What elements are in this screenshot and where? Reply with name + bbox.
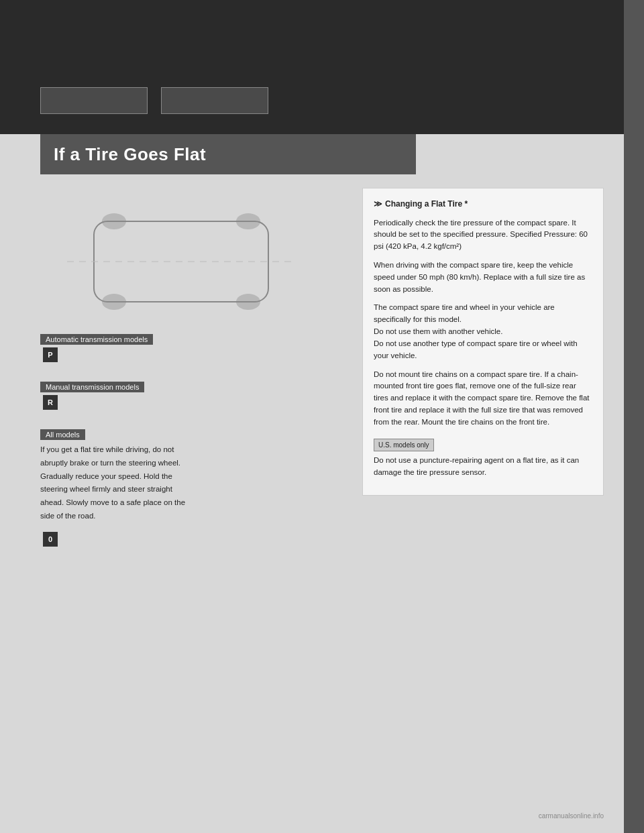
all-models-text-4: steering wheel firmly and steer straight bbox=[40, 485, 172, 493]
manual-transmission-block: Manual transmission models R bbox=[40, 376, 349, 414]
right-column: Changing a Flat Tire * Periodically chec… bbox=[362, 188, 604, 557]
content-columns: Automatic transmission models P Manual t… bbox=[0, 188, 644, 557]
section-title-bar: If a Tire Goes Flat bbox=[40, 134, 416, 174]
left-column: Automatic transmission models P Manual t… bbox=[40, 188, 349, 557]
svg-point-4 bbox=[236, 294, 260, 310]
all-models-text-2: abruptly brake or turn the steering whee… bbox=[40, 459, 180, 467]
us-models-badge: U.S. models only bbox=[374, 439, 434, 452]
info-box-title: Changing a Flat Tire * bbox=[374, 198, 592, 211]
nav-button-2[interactable] bbox=[161, 87, 268, 114]
zero-badge: 0 bbox=[43, 532, 58, 547]
all-models-text-5: ahead. Slowly move to a safe place on th… bbox=[40, 498, 185, 506]
svg-point-2 bbox=[236, 213, 260, 229]
main-content: If a Tire Goes Flat bbox=[0, 134, 644, 557]
nav-buttons bbox=[40, 87, 268, 114]
manual-gear-badge: R bbox=[43, 395, 58, 410]
auto-label: Automatic transmission models bbox=[40, 334, 153, 345]
diagram-area bbox=[40, 195, 322, 329]
info-para-2: When driving with the compact spare tire… bbox=[374, 260, 592, 295]
auto-transmission-block: Automatic transmission models P bbox=[40, 329, 349, 366]
auto-gear-badge: P bbox=[43, 347, 58, 362]
info-box: Changing a Flat Tire * Periodically chec… bbox=[362, 188, 604, 496]
info-para-1: Periodically check the tire pressure of … bbox=[374, 217, 592, 253]
all-models-text-3: Gradually reduce your speed. Hold the bbox=[40, 472, 172, 480]
info-para-3: The compact spare tire and wheel in your… bbox=[374, 302, 592, 362]
bottom-watermark: carmanualsonline.info bbox=[539, 812, 604, 820]
svg-point-1 bbox=[102, 213, 126, 229]
info-para-4: Do not mount tire chains on a compact sp… bbox=[374, 369, 592, 429]
all-models-label: All models bbox=[40, 429, 85, 440]
svg-point-3 bbox=[102, 294, 126, 310]
top-header bbox=[0, 0, 644, 134]
right-sidebar-bar bbox=[624, 0, 644, 833]
manual-label: Manual transmission models bbox=[40, 382, 144, 392]
all-models-text-6: side of the road. bbox=[40, 512, 95, 520]
section-title: If a Tire Goes Flat bbox=[54, 144, 206, 165]
all-models-block: All models If you get a flat tire while … bbox=[40, 424, 349, 547]
all-models-text-1: If you get a flat tire while driving, do… bbox=[40, 445, 174, 453]
us-models-text: Do not use a puncture-repairing agent on… bbox=[374, 455, 592, 479]
page-container: If a Tire Goes Flat bbox=[0, 0, 644, 833]
nav-button-1[interactable] bbox=[40, 87, 148, 114]
